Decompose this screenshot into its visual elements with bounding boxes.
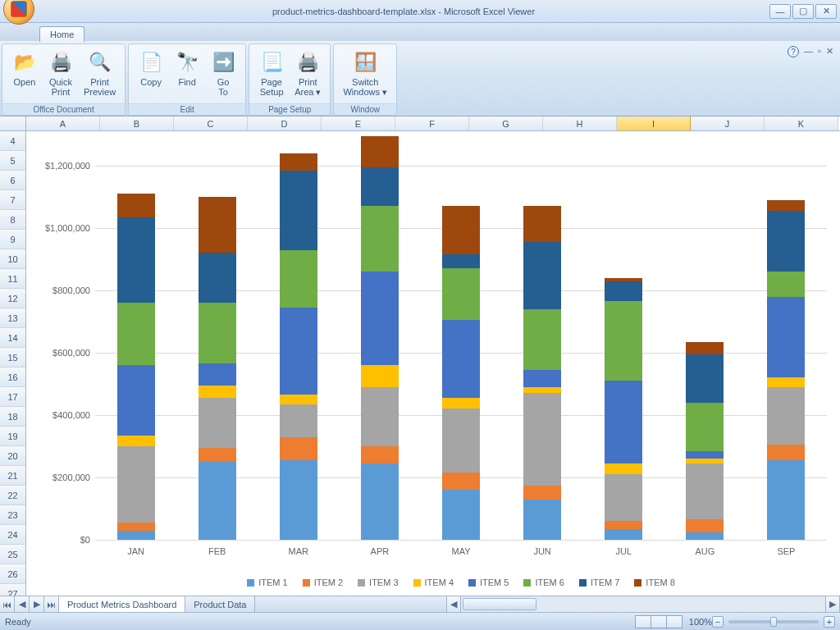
- row-header-11[interactable]: 11: [0, 269, 26, 289]
- horizontal-scrollbar[interactable]: ◀ ▶: [446, 596, 840, 612]
- row-header-8[interactable]: 8: [0, 210, 26, 230]
- goto-button[interactable]: ➡️Go To: [206, 47, 240, 101]
- switch-windows-button[interactable]: 🪟Switch Windows ▾: [339, 47, 391, 101]
- x-axis-label: MAR: [289, 546, 308, 556]
- legend-label: ITEM 6: [535, 578, 564, 587]
- ribbon-close-button[interactable]: ✕: [826, 46, 833, 57]
- segment-ITEM-5: [361, 272, 399, 365]
- view-normal-button[interactable]: [635, 615, 651, 628]
- row-header-13[interactable]: 13: [0, 308, 26, 328]
- find-button[interactable]: 🔭Find: [170, 47, 204, 101]
- segment-ITEM-8: [442, 206, 480, 254]
- maximize-button[interactable]: ▢: [792, 4, 814, 19]
- row-header-12[interactable]: 12: [0, 289, 26, 308]
- help-icon[interactable]: ?: [788, 46, 799, 57]
- segment-ITEM-5: [199, 363, 236, 386]
- sheet-nav-first[interactable]: ⏮: [0, 596, 15, 612]
- office-button[interactable]: [3, 0, 34, 25]
- row-header-26[interactable]: 26: [0, 564, 26, 584]
- open-button[interactable]: 📂Open: [7, 47, 42, 101]
- zoom-slider-thumb[interactable]: [770, 617, 777, 627]
- column-header-K[interactable]: K: [765, 116, 838, 130]
- ribbon-right: ? — ▫ ✕: [783, 43, 838, 116]
- column-header-B[interactable]: B: [100, 116, 174, 130]
- row-header-6[interactable]: 6: [0, 171, 26, 190]
- legend-label: ITEM 7: [591, 578, 619, 587]
- print-area-button[interactable]: 🖨️Print Area ▾: [290, 47, 325, 101]
- segment-ITEM-6: [280, 250, 317, 308]
- row-header-18[interactable]: 18: [0, 407, 26, 427]
- row-header-20[interactable]: 20: [0, 446, 26, 466]
- column-header-F[interactable]: F: [395, 116, 469, 130]
- column-header-H[interactable]: H: [543, 116, 617, 130]
- zoom-out-button[interactable]: −: [712, 616, 724, 628]
- sheet-tab-active[interactable]: Product Metrics Dashboard: [59, 596, 185, 612]
- scroll-left-button[interactable]: ◀: [446, 596, 461, 612]
- row-header-22[interactable]: 22: [0, 486, 26, 505]
- segment-ITEM-2: [605, 521, 642, 529]
- row-header-27[interactable]: 27: [0, 584, 26, 596]
- row-header-10[interactable]: 10: [0, 249, 26, 269]
- column-header-G[interactable]: G: [469, 116, 543, 130]
- view-page-break-button[interactable]: [666, 615, 682, 628]
- segment-ITEM-3: [767, 387, 805, 445]
- print-area-label: Print Area ▾: [294, 77, 321, 97]
- close-button[interactable]: ✕: [815, 4, 837, 19]
- row-header-24[interactable]: 24: [0, 525, 26, 545]
- scroll-track[interactable]: [461, 596, 825, 612]
- row-header-5[interactable]: 5: [0, 151, 26, 171]
- column-header-J[interactable]: J: [691, 116, 765, 130]
- column-header-I[interactable]: I: [617, 116, 691, 130]
- row-header-21[interactable]: 21: [0, 466, 26, 486]
- group-label-edit: Edit: [129, 103, 245, 115]
- segment-ITEM-7: [523, 242, 561, 309]
- sheet-tab-product-data[interactable]: Product Data: [185, 596, 255, 612]
- segment-ITEM-6: [767, 272, 805, 296]
- switch-windows-label: Switch Windows ▾: [343, 77, 387, 97]
- sheet-nav-next[interactable]: ▶: [30, 596, 44, 612]
- row-header-7[interactable]: 7: [0, 190, 26, 210]
- column-header-D[interactable]: D: [248, 116, 322, 130]
- page-setup-button[interactable]: 📃Page Setup: [254, 47, 289, 101]
- legend-item: ITEM 1: [247, 578, 287, 587]
- group-label-office-document: Office Document: [2, 103, 125, 115]
- row-header-19[interactable]: 19: [0, 427, 26, 446]
- scroll-thumb[interactable]: [463, 598, 536, 610]
- legend-item: ITEM 6: [523, 578, 564, 587]
- ribbon-restore-button[interactable]: ▫: [818, 46, 821, 56]
- quick-print-button[interactable]: 🖨️Quick Print: [43, 47, 78, 101]
- row-header-9[interactable]: 9: [0, 230, 26, 249]
- view-page-layout-button[interactable]: [651, 615, 667, 628]
- row-header-16[interactable]: 16: [0, 368, 26, 387]
- zoom-in-button[interactable]: +: [824, 616, 835, 628]
- select-all-corner[interactable]: [0, 116, 26, 130]
- x-axis-label: JUL: [615, 546, 632, 556]
- bar-JUN: JUN: [523, 135, 561, 540]
- column-header-C[interactable]: C: [174, 116, 248, 130]
- legend-swatch-icon: [303, 579, 310, 587]
- row-header-15[interactable]: 15: [0, 348, 26, 368]
- segment-ITEM-2: [767, 445, 805, 460]
- zoom-slider[interactable]: [728, 620, 819, 623]
- row-header-4[interactable]: 4: [0, 131, 26, 151]
- copy-button[interactable]: 📄Copy: [134, 47, 168, 101]
- minimize-button[interactable]: —: [769, 4, 791, 19]
- ribbon-minimize-button[interactable]: —: [804, 46, 813, 56]
- row-header-25[interactable]: 25: [0, 545, 26, 564]
- segment-ITEM-6: [117, 303, 155, 365]
- bar-MAY: MAY: [442, 135, 480, 540]
- sheet-nav-prev[interactable]: ◀: [15, 596, 30, 612]
- y-axis-label: $800,000: [33, 285, 90, 295]
- tab-home[interactable]: Home: [39, 26, 84, 42]
- row-header-23[interactable]: 23: [0, 505, 26, 525]
- row-header-14[interactable]: 14: [0, 328, 26, 348]
- column-header-A[interactable]: A: [26, 116, 100, 130]
- row-header-17[interactable]: 17: [0, 387, 26, 407]
- print-preview-button[interactable]: 🔍Print Preview: [80, 47, 120, 101]
- scroll-right-button[interactable]: ▶: [825, 596, 840, 612]
- column-header-E[interactable]: E: [322, 116, 395, 130]
- stacked-bar-chart: $0$200,000$400,000$600,000$800,000$1,000…: [31, 135, 835, 592]
- status-ready: Ready: [5, 617, 31, 627]
- segment-ITEM-4: [361, 365, 399, 387]
- sheet-nav-last[interactable]: ⏭: [44, 596, 59, 612]
